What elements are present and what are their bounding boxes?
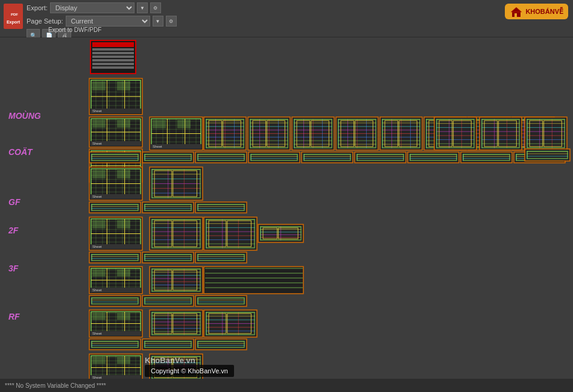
dwf-label: Export to DWF/PDF — [48, 27, 101, 33]
logo-text: KHOBÁNVẼ — [525, 8, 563, 16]
export-dropdown-arrow[interactable]: ▼ — [137, 2, 148, 13]
status-bar: **** No System Variable Changed **** — [0, 379, 573, 392]
page-setup-options-btn[interactable]: ⚙ — [166, 16, 177, 27]
watermark-text: KhoBanVe.vn — [145, 356, 195, 365]
logo-badge: KHOBÁNVẼ — [505, 4, 568, 19]
section-label-moung: MOÙNG — [8, 111, 41, 121]
section-label-2f: 2F — [8, 226, 18, 235]
section-label-3f: 3F — [8, 264, 18, 273]
section-label-rf: RF — [8, 312, 20, 321]
page-setup-dropdown-arrow[interactable]: ▼ — [153, 16, 163, 27]
status-text: **** No System Variable Changed **** — [5, 382, 106, 389]
copyright-text: Copyright © KhoBanVe.vn — [145, 365, 234, 377]
toolbar-right: Export: Display Layout Extents ▼ ⚙ Page … — [27, 2, 569, 42]
export-btn-label: Export — [7, 20, 20, 24]
svg-marker-2 — [511, 7, 522, 12]
toolbar: PDF Export Export: Display Layout Extent… — [0, 0, 573, 37]
toolbar-row1: Export: Display Layout Extents ▼ ⚙ — [27, 2, 569, 13]
export-options-btn[interactable]: ⚙ — [150, 2, 161, 13]
toolbar-row2: Page Setup: Current ▼ ⚙ — [27, 16, 569, 27]
pdf-icon[interactable]: PDF Export — [4, 4, 23, 29]
page-setup-label: Page Setup: — [27, 17, 63, 25]
page-setup-dropdown[interactable]: Current — [66, 16, 150, 27]
drawing-canvas — [0, 37, 573, 392]
section-label-coat: COÄT — [8, 147, 33, 157]
main-drawing-area: MOÙNG COÄT GF 2F 3F RF KhoBanVe.vn Copyr… — [0, 37, 573, 392]
svg-text:PDF: PDF — [11, 13, 18, 16]
section-label-gf: GF — [8, 197, 20, 207]
export-label: Export: — [27, 4, 48, 11]
svg-rect-4 — [514, 13, 517, 17]
export-dropdown[interactable]: Display Layout Extents — [50, 2, 135, 13]
